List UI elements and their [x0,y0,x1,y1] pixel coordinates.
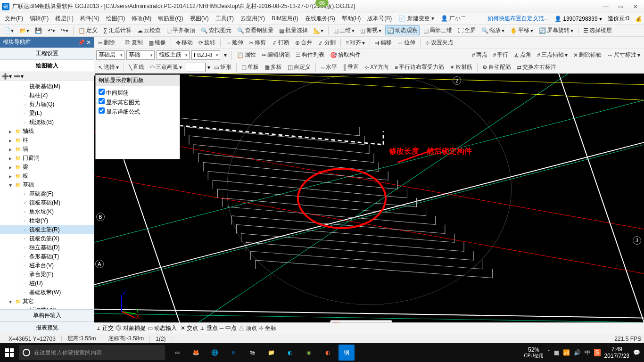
component-list-button[interactable]: ☰ 构件列表 [294,50,326,60]
explorer-icon[interactable]: 📁 [263,345,279,361]
menu-bim[interactable]: BIM应用(I) [269,14,301,24]
ime-skin-icon[interactable]: 👕 [372,322,380,323]
tree-item[interactable]: ▫框柱(Z) [0,91,94,100]
vertex-button[interactable]: △ 顶点 [239,324,257,332]
tab-draw-input[interactable]: 绘图输入 [0,60,94,72]
props-button[interactable]: 📋 属性 [235,50,258,60]
tree-item[interactable]: ▫条形基础(T) [0,252,94,261]
ime-logo-icon[interactable]: S [332,322,340,323]
tab-report-preview[interactable]: 报表预览 [0,321,94,334]
component-tree[interactable]: ▫筏板基础(M)▫框柱(Z)▫剪力墙(Q)▫梁(L)▫现浇板(B)▸📁轴线▸📁柱… [0,81,94,309]
tree-item[interactable]: ▫基础板带(W) [0,288,94,297]
align-button[interactable]: ≡ 对齐 ▾ [344,38,367,48]
set-pivot-button[interactable]: ⊹ 设置夹点 [423,38,455,48]
tree-folder[interactable]: ▾📁其它 [0,297,94,306]
fullscreen-button[interactable]: ⛶ 全屏 [456,25,478,35]
expand-icon[interactable]: ➕▾ [2,73,12,80]
tray-clock[interactable]: 7:49 2017/7/23 [604,346,629,360]
credits-icon[interactable]: 💰 [635,16,642,22]
menu-rebar[interactable]: 钢筋量(Q) [155,14,186,24]
ime-keyboard-icon[interactable]: ⌨ [362,322,369,323]
menu-file[interactable]: 文件(F) [2,14,26,24]
rect-button[interactable]: ▭ 矩形 [212,62,233,72]
arc3-button[interactable]: ◠ 三点画弧 ▾ [148,62,184,72]
tree-folder[interactable]: ▸📁门窗洞 [0,154,94,163]
tree-folder[interactable]: ▾📁基础 [0,181,94,189]
tree-item[interactable]: ▫筏板主筋(R) [0,225,94,234]
tree-folder[interactable]: ▸📁墙 [0,145,94,154]
delete-button[interactable]: ✂ 删除 [96,38,117,48]
sum-calc-button[interactable]: ∑ 汇总计算 [101,25,133,35]
menu-floor[interactable]: 楼层(L) [52,14,76,24]
maximize-button[interactable]: ▭ [614,3,627,10]
tree-item[interactable]: ▫筏板基础(M) [0,82,94,91]
parallel-button[interactable]: # 平行 [491,50,511,60]
rebar-opt-other[interactable]: 显示其它图元 [99,98,177,107]
custom-button[interactable]: ◫ 自定义 [286,62,313,72]
rotate-button[interactable]: ⟳ 旋转 [197,38,217,48]
pan-button[interactable]: ✋ 平移 ▾ [508,25,535,35]
tray-lang-icon[interactable]: 中 [585,349,590,357]
pick-component-button[interactable]: 🎯 拾取构件 [328,50,363,60]
ime-tool-icon[interactable]: 🔧 [382,322,390,323]
start-button[interactable] [0,348,19,357]
ime-voice-icon[interactable]: 🎤 [351,322,359,323]
menu-online[interactable]: 在线服务(S) [302,14,338,24]
app-icon-2[interactable]: ◉ [301,345,317,361]
ime-bar[interactable]: S 英 🎤 ⌨ 👕 🔧 [330,320,392,322]
floor-combo[interactable]: 基础层 [96,50,124,60]
tree-item[interactable]: ▫集水坑(K) [0,207,94,216]
tray-nvidia-icon[interactable]: ▩ [554,349,559,356]
local-3d-button[interactable]: ◫ 局部三维 [421,25,454,35]
two-point-button[interactable]: # 两点 [470,50,489,60]
trim-button[interactable]: ✂ 修剪 [247,38,268,48]
three-axis-button[interactable]: # 三点辅轴 ▾ [535,50,570,60]
offset-button[interactable]: ⇉ 偏移 [373,38,394,48]
account-label[interactable]: 👤 13907298339 ▾ [554,16,602,22]
flat-roof-button[interactable]: ⬚ 平齐板顶 [165,25,197,35]
swap-lr-button[interactable]: ⇄ 交换左右标注 [515,62,558,72]
line-button[interactable]: ╲ 直线 [127,62,146,72]
zoom-button[interactable]: 🔍 缩放 ▾ [479,25,506,35]
app-icon-1[interactable]: ◐ [282,345,298,361]
cpu-meter[interactable]: 52% CPU使用 [524,347,543,358]
merge-button[interactable]: ⊕ 合并 [293,38,314,48]
tree-item[interactable]: ▫独立基础(D) [0,243,94,252]
dim-mark-button[interactable]: ↔ 尺寸标注 ▾ [605,50,642,60]
point-angle-button[interactable]: ∡ 点角 [512,50,533,60]
move-button[interactable]: ✥ 移动 [174,38,195,48]
tab-single-input[interactable]: 单构件输入 [0,309,94,321]
code-combo[interactable]: FBZJ-8 [191,50,220,60]
notification-badge[interactable]: 66 [315,0,329,7]
store-icon[interactable]: 🛍 [244,345,260,361]
cloud-check-button[interactable]: ☁ 云检查 [135,25,163,35]
rebar-opt-mid[interactable]: 中间层筋 [99,88,177,98]
tray-ime-icon[interactable]: S [594,349,601,356]
menu-tools[interactable]: 工具(T) [213,14,237,24]
tree-item[interactable]: ▫桩承台(V) [0,261,94,270]
tray-notifications-icon[interactable]: 💬 [633,349,640,356]
perpend-button[interactable]: ⊥ 垂点 [200,324,217,332]
dynamic-view-button[interactable]: 🔄 动态观察 [385,25,420,35]
new-button[interactable]: 📄▾ [2,26,16,35]
chrome-icon[interactable]: 🌐 [206,345,223,361]
mirror-button[interactable]: ▥ 镜像 [147,38,168,48]
coord-button[interactable]: ⊹ 坐标 [259,324,276,332]
tree-item[interactable]: ▫承台梁(F) [0,270,94,279]
single-slab-button[interactable]: ▢ 单板 [239,62,261,72]
dropdown-icon[interactable]: 📐▾ [312,26,325,35]
tree-item[interactable]: ▫筏板基础(M) [0,198,94,207]
panel-pin-icon[interactable]: 📌 ✕ [78,39,91,46]
firefox-icon[interactable]: 🦊 [188,345,204,361]
dropdown-icon[interactable]: ▾ [222,51,229,59]
top-view-button[interactable]: ◫ 俯视 ▾ [358,25,383,35]
tree-item[interactable]: ▫现浇板(B) [0,118,94,127]
tree-item[interactable]: ▫剪力墙(Q) [0,100,94,109]
app-icon-3[interactable]: ◐ [320,345,336,361]
edit-rebar-button[interactable]: ✏ 编辑钢筋 [260,50,292,60]
tree-folder[interactable]: ▸📁梁 [0,163,94,172]
horizontal-button[interactable]: ═ 水平 [319,62,339,72]
menu-modify[interactable]: 修改(M) [129,14,154,24]
copy-button[interactable]: ⿻ 复制 [123,38,145,48]
tree-folder[interactable]: ▸📁柱 [0,136,94,145]
